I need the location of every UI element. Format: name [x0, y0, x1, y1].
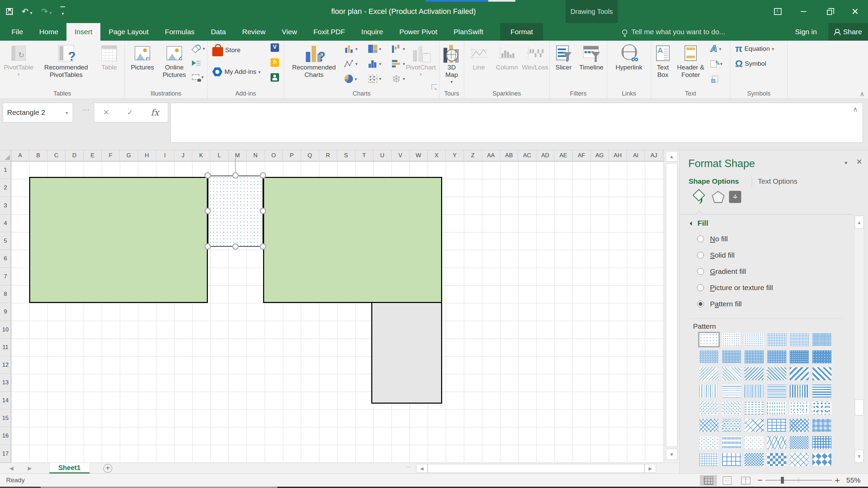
- column-header-b[interactable]: B: [29, 150, 47, 161]
- tab-view[interactable]: View: [274, 23, 305, 41]
- pictures-button[interactable]: Pictures: [127, 43, 157, 71]
- pattern-swatch-dashed-downward-diagonal[interactable]: [699, 402, 718, 414]
- tab-data[interactable]: Data: [203, 23, 234, 41]
- pattern-swatch-70[interactable]: [745, 350, 764, 363]
- column-header-aj[interactable]: AJ: [645, 150, 663, 161]
- column-header-k[interactable]: K: [192, 150, 210, 161]
- formula-bar-drag-dots[interactable]: ⋮: [81, 106, 90, 114]
- recommended-pivottables-button[interactable]: Recommended PivotTables: [38, 43, 94, 79]
- horizontal-scroll-thumb[interactable]: [428, 464, 645, 473]
- fill-section-header[interactable]: Fill: [690, 219, 708, 228]
- pane-scroll-up-icon[interactable]: [855, 216, 864, 229]
- name-box[interactable]: Rectangle 2: [3, 103, 73, 122]
- slicer-button[interactable]: Slicer: [552, 43, 575, 71]
- pane-scroll-thumb[interactable]: [855, 400, 864, 415]
- insert-statistic-chart-button[interactable]: [368, 60, 381, 68]
- page-layout-view-button[interactable]: [718, 475, 735, 486]
- column-header-p[interactable]: P: [283, 150, 301, 161]
- radio-pattern-fill-icon[interactable]: [697, 301, 704, 307]
- row-header-12[interactable]: 12: [0, 356, 11, 374]
- column-header-a[interactable]: A: [11, 150, 29, 161]
- effects-icon[interactable]: [712, 191, 725, 203]
- pattern-swatch-30[interactable]: [790, 333, 809, 346]
- insert-column-chart-button[interactable]: [344, 45, 358, 53]
- pattern-swatch-dotted-diamond[interactable]: [745, 436, 764, 449]
- sheetbar-drag-dots[interactable]: ⋮: [406, 464, 412, 470]
- radio-solid-fill-icon[interactable]: [697, 252, 704, 259]
- radio-no-fill-icon[interactable]: [697, 236, 704, 242]
- shapes-button[interactable]: [192, 45, 205, 52]
- column-header-e[interactable]: E: [84, 150, 102, 161]
- row-header-9[interactable]: 9: [0, 303, 11, 321]
- sheet-nav-left-icon[interactable]: [9, 463, 14, 474]
- pattern-swatch-10[interactable]: [722, 333, 741, 346]
- pattern-swatch-90[interactable]: [812, 350, 831, 363]
- column-header-ad[interactable]: AD: [536, 150, 554, 161]
- minimize-button[interactable]: [791, 0, 816, 23]
- column-header-t[interactable]: T: [355, 150, 373, 161]
- smartart-button[interactable]: [192, 60, 201, 66]
- pattern-swatch-weave[interactable]: [790, 419, 809, 432]
- column-header-s[interactable]: S: [337, 150, 355, 161]
- vertical-scroll-thumb[interactable]: [666, 163, 677, 447]
- name-box-caret-icon[interactable]: [61, 109, 73, 116]
- pattern-swatch-wide-downward-diagonal[interactable]: [790, 367, 809, 380]
- pattern-swatch-large-confetti[interactable]: [812, 402, 831, 414]
- select-all-corner[interactable]: [0, 150, 11, 161]
- timeline-button[interactable]: Timeline: [577, 43, 606, 71]
- zoom-percentage[interactable]: 55%: [846, 474, 861, 487]
- fill-option-gradient-fill[interactable]: Gradient fill: [679, 263, 849, 280]
- scroll-down-icon[interactable]: [666, 448, 677, 460]
- row-header-14[interactable]: 14: [0, 392, 11, 409]
- visio-addin-button[interactable]: [271, 43, 279, 52]
- row-header-16[interactable]: 16: [0, 427, 11, 445]
- sparkline-line-button[interactable]: Line: [466, 43, 491, 71]
- pattern-swatch-dark-downward-diagonal[interactable]: [745, 367, 764, 380]
- column-header-x[interactable]: X: [428, 150, 446, 161]
- sparkline-winloss-button[interactable]: Win/Loss: [522, 43, 548, 71]
- insert-function-button[interactable]: [151, 107, 159, 118]
- tab-format[interactable]: Format: [500, 23, 543, 41]
- scroll-up-icon[interactable]: [666, 151, 677, 162]
- pivotchart-button[interactable]: PivotChart: [403, 43, 438, 77]
- resize-handle-s[interactable]: [232, 243, 239, 250]
- row-header-11[interactable]: 11: [0, 339, 11, 356]
- pivottable-button[interactable]: PivotTable: [2, 43, 35, 77]
- cancel-button[interactable]: [103, 108, 109, 117]
- 3d-map-button[interactable]: 3D Map: [441, 43, 462, 85]
- insert-surface-radar-chart-button[interactable]: [392, 75, 405, 83]
- column-header-v[interactable]: V: [392, 150, 410, 161]
- tab-inquire[interactable]: Inquire: [353, 23, 391, 41]
- pattern-swatch-light-downward-diagonal[interactable]: [699, 367, 718, 380]
- pane-scroll-down-icon[interactable]: [855, 450, 864, 463]
- pattern-swatch-wide-upward-diagonal[interactable]: [812, 367, 831, 380]
- column-header-r[interactable]: R: [319, 150, 337, 161]
- tab-file[interactable]: File: [3, 23, 31, 41]
- pattern-swatch-shingle[interactable]: [767, 436, 786, 449]
- radio-gradient-fill-icon[interactable]: [697, 268, 704, 275]
- column-header-ag[interactable]: AG: [591, 150, 609, 161]
- pattern-swatch-large-checker-board[interactable]: [767, 453, 786, 466]
- resize-handle-e[interactable]: [260, 208, 266, 214]
- row-header-17[interactable]: 17: [0, 445, 11, 463]
- pattern-swatch-dark-vertical[interactable]: [790, 385, 809, 398]
- fill-option-solid-fill[interactable]: Solid fill: [679, 247, 849, 263]
- hyperlink-button[interactable]: Hyperlink: [610, 43, 648, 71]
- people-graph-addin-button[interactable]: [271, 73, 279, 82]
- normal-view-button[interactable]: [700, 475, 717, 486]
- pattern-swatch-divot[interactable]: [699, 436, 718, 449]
- column-header-ab[interactable]: AB: [500, 150, 518, 161]
- share-button[interactable]: Share: [828, 23, 868, 41]
- bing-maps-addin-button[interactable]: [271, 58, 279, 67]
- pattern-swatch-wave[interactable]: [722, 419, 741, 432]
- size-properties-icon[interactable]: [729, 191, 741, 203]
- column-header-w[interactable]: W: [410, 150, 428, 161]
- row-header-2[interactable]: 2: [0, 179, 11, 197]
- pattern-swatch-20[interactable]: [745, 333, 764, 346]
- pattern-swatch-dashed-upward-diagonal[interactable]: [722, 402, 741, 414]
- tell-me-search[interactable]: Tell me what you want to do...: [622, 23, 725, 41]
- pane-close-icon[interactable]: [856, 158, 862, 166]
- tab-power-pivot[interactable]: Power Pivot: [391, 23, 446, 41]
- pattern-swatch-small-grid[interactable]: [699, 453, 718, 466]
- zoom-slider-thumb[interactable]: [781, 477, 784, 484]
